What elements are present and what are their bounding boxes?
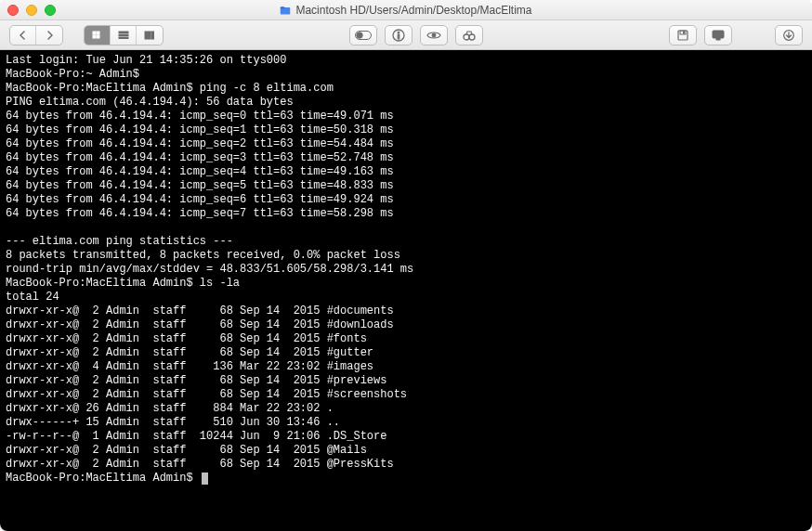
download-button[interactable] bbox=[775, 25, 803, 45]
minimize-button[interactable] bbox=[26, 5, 37, 16]
svg-rect-22 bbox=[684, 32, 685, 33]
ls-row: drwx------+ 15 Admin staff 510 Jun 30 13… bbox=[6, 416, 340, 429]
ls-row: drwxr-xr-x@ 2 Admin staff 68 Sep 14 2015… bbox=[6, 318, 394, 331]
svg-rect-24 bbox=[716, 38, 720, 40]
total-line: total 24 bbox=[6, 291, 59, 304]
svg-rect-1 bbox=[281, 6, 285, 8]
ping-line: 64 bytes from 46.4.194.4: icmp_seq=6 ttl… bbox=[6, 193, 394, 206]
list-view-button[interactable] bbox=[111, 26, 137, 45]
desktop-button[interactable] bbox=[704, 25, 732, 45]
last-login-line: Last login: Tue Jun 21 14:35:26 on ttys0… bbox=[6, 54, 286, 67]
svg-rect-10 bbox=[149, 32, 151, 39]
folder-icon bbox=[280, 5, 291, 16]
ping-line: 64 bytes from 46.4.194.4: icmp_seq=1 ttl… bbox=[6, 123, 394, 136]
window-title-text: Macintosh HD/Users/Admin/Desktop/MacElti… bbox=[295, 4, 531, 17]
prompt-line: MacBook-Pro:MacEltima Admin$ bbox=[6, 472, 208, 485]
ls-row: drwxr-xr-x@ 4 Admin staff 136 Mar 22 23:… bbox=[6, 360, 373, 373]
ls-row: drwxr-xr-x@ 2 Admin staff 68 Sep 14 2015… bbox=[6, 332, 367, 345]
stats-line: round-trip min/avg/max/stddev = 48.833/5… bbox=[6, 263, 413, 276]
icon-view-button[interactable] bbox=[85, 26, 111, 45]
stats-line: 8 packets transmitted, 8 packets receive… bbox=[6, 249, 400, 262]
nav-segment bbox=[9, 25, 63, 45]
svg-point-13 bbox=[357, 32, 362, 37]
toolbar bbox=[0, 20, 812, 50]
svg-rect-0 bbox=[281, 7, 291, 15]
svg-point-17 bbox=[432, 33, 436, 37]
svg-point-15 bbox=[398, 32, 399, 33]
ping-line: 64 bytes from 46.4.194.4: icmp_seq=0 ttl… bbox=[6, 110, 394, 123]
disk-button[interactable] bbox=[669, 25, 697, 45]
traffic-lights bbox=[7, 5, 56, 16]
svg-rect-6 bbox=[119, 32, 128, 33]
quicklook-button[interactable] bbox=[420, 25, 448, 45]
svg-rect-23 bbox=[713, 31, 724, 38]
ls-row: drwxr-xr-x@ 2 Admin staff 68 Sep 14 2015… bbox=[6, 444, 367, 457]
svg-point-19 bbox=[469, 34, 475, 40]
svg-rect-11 bbox=[151, 32, 154, 39]
prompt-line: MacBook-Pro:MacEltima Admin$ ls -la bbox=[6, 277, 240, 290]
svg-rect-16 bbox=[398, 34, 399, 39]
ping-header: PING eltima.com (46.4.194.4): 56 data by… bbox=[6, 96, 294, 109]
svg-rect-4 bbox=[93, 35, 96, 38]
stats-sep: --- eltima.com ping statistics --- bbox=[6, 235, 233, 248]
view-segment bbox=[84, 25, 164, 45]
terminal-output[interactable]: Last login: Tue Jun 21 14:35:26 on ttys0… bbox=[0, 50, 812, 531]
forward-button[interactable] bbox=[36, 26, 62, 45]
close-button[interactable] bbox=[7, 5, 19, 16]
info-button[interactable] bbox=[385, 25, 413, 45]
window-titlebar: Macintosh HD/Users/Admin/Desktop/MacElti… bbox=[0, 0, 812, 20]
svg-rect-9 bbox=[145, 32, 148, 39]
svg-rect-8 bbox=[119, 37, 128, 39]
svg-rect-2 bbox=[93, 32, 96, 34]
prompt-line: MacBook-Pro:~ Admin$ bbox=[6, 68, 139, 81]
binoculars-button[interactable] bbox=[455, 25, 483, 45]
ping-line: 64 bytes from 46.4.194.4: icmp_seq=7 ttl… bbox=[6, 207, 394, 220]
svg-rect-3 bbox=[97, 32, 99, 34]
ls-row: -rw-r--r--@ 1 Admin staff 10244 Jun 9 21… bbox=[6, 430, 386, 443]
ls-row: drwxr-xr-x@ 26 Admin staff 884 Mar 22 23… bbox=[6, 402, 334, 415]
back-button[interactable] bbox=[10, 26, 36, 45]
ls-row: drwxr-xr-x@ 2 Admin staff 68 Sep 14 2015… bbox=[6, 346, 373, 359]
zoom-button[interactable] bbox=[45, 5, 56, 16]
ls-row: drwxr-xr-x@ 2 Admin staff 68 Sep 14 2015… bbox=[6, 374, 386, 387]
prompt-line: MacBook-Pro:MacEltima Admin$ ping -c 8 e… bbox=[6, 82, 334, 95]
cursor bbox=[202, 473, 208, 485]
ping-line: 64 bytes from 46.4.194.4: icmp_seq=3 ttl… bbox=[6, 151, 394, 164]
ping-line: 64 bytes from 46.4.194.4: icmp_seq=2 ttl… bbox=[6, 137, 394, 150]
window-title: Macintosh HD/Users/Admin/Desktop/MacElti… bbox=[0, 4, 812, 17]
ping-line: 64 bytes from 46.4.194.4: icmp_seq=4 ttl… bbox=[6, 165, 394, 178]
ls-row: drwxr-xr-x@ 2 Admin staff 68 Sep 14 2015… bbox=[6, 388, 407, 401]
toggle-button[interactable] bbox=[349, 25, 377, 45]
ls-row: drwxr-xr-x@ 2 Admin staff 68 Sep 14 2015… bbox=[6, 304, 394, 317]
svg-point-18 bbox=[464, 34, 469, 40]
ping-line: 64 bytes from 46.4.194.4: icmp_seq=5 ttl… bbox=[6, 179, 394, 192]
svg-rect-7 bbox=[119, 34, 128, 36]
svg-rect-5 bbox=[97, 35, 99, 38]
column-view-button[interactable] bbox=[137, 26, 163, 45]
ls-row: drwxr-xr-x@ 2 Admin staff 68 Sep 14 2015… bbox=[6, 458, 394, 471]
